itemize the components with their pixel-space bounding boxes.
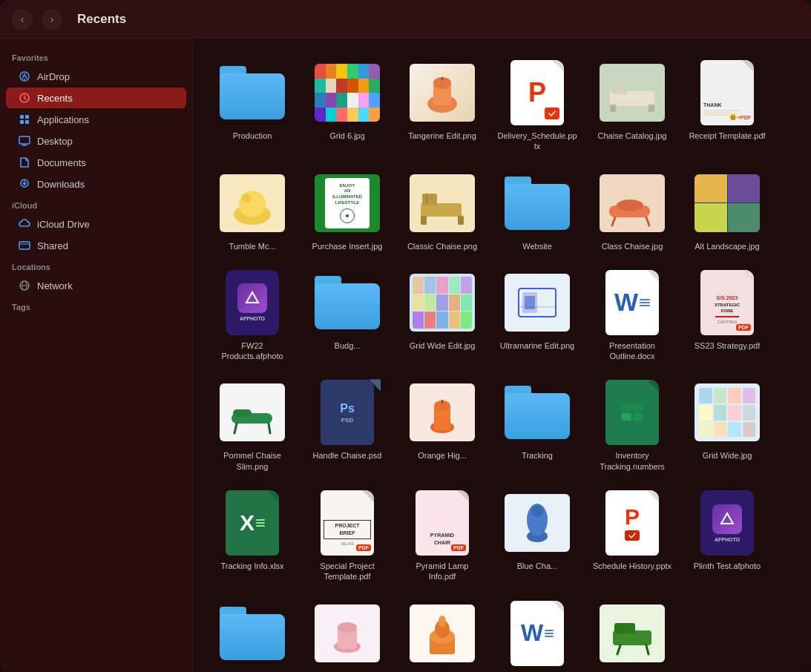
special-project-label: Special Project Template.pdf (306, 561, 388, 582)
svg-rect-9 (19, 242, 30, 249)
file-item-chaise-catalog[interactable]: Chaise Catalog.jpg (588, 53, 677, 158)
documents-icon (18, 156, 31, 169)
file-item-ss23[interactable]: S/S 2023 STRATEGIC FORE CASTING PDF SS23… (683, 263, 772, 368)
applications-label: Applications (37, 114, 89, 125)
file-item-classic-chaise[interactable]: Classic Chaise.png (398, 164, 487, 257)
sidebar-item-desktop[interactable]: Desktop (6, 131, 186, 151)
downloads-label: Downloads (37, 179, 85, 190)
svg-rect-25 (421, 216, 427, 225)
grid-wide-edit-label: Grid Wide Edit.jpg (410, 340, 476, 351)
svg-line-57 (646, 645, 649, 654)
back-button[interactable]: ‹ (12, 9, 33, 30)
file-item-purchase-insert[interactable]: ENJOYANILLUMINATEDLIFESTYLE Purchase Ins… (303, 164, 392, 257)
file-item-alt-landscape[interactable]: Alt Landscape.jpg (683, 164, 772, 257)
file-item-schedule-history[interactable]: P Schedule History.pptx (588, 484, 677, 588)
sidebar-item-icloud-drive[interactable]: iCloud Drive (6, 214, 186, 234)
file-item-plinth-test[interactable]: AFPHOTO Plinth Test.afphoto (683, 484, 772, 588)
file-item-handle-stool[interactable]: Handle Stool Rose.png (303, 594, 392, 672)
file-item-fw22[interactable]: AFPHOTO FW22 Products.afphoto (208, 263, 297, 368)
sidebar-item-network[interactable]: Network (6, 275, 186, 296)
receipt-label: Receipt Template.pdf (689, 131, 765, 141)
handle-chaise-icon: Ps PSD (314, 379, 381, 446)
file-item-grid6[interactable]: Grid 6.jpg (303, 53, 392, 158)
file-item-handle-chaise[interactable]: Ps PSD Handle Chaise.psd (303, 373, 392, 478)
alt-landscape-icon (694, 170, 761, 237)
pommel-deep-icon (599, 600, 666, 667)
svg-point-22 (242, 194, 251, 202)
network-icon (18, 279, 31, 292)
file-item-website[interactable]: Website (493, 164, 582, 257)
marketing-icon (219, 600, 286, 667)
file-item-object-notes[interactable]: W Object Notes.docx (493, 594, 582, 672)
sidebar-item-recents[interactable]: Recents (6, 88, 186, 108)
file-item-delivery[interactable]: P Delivery_Schedule.pptx (493, 53, 582, 158)
tracking-label: Tracking (522, 450, 553, 461)
class-chaise-label: Class Chaise.jpg (602, 241, 663, 251)
icloud-drive-label: iCloud Drive (37, 219, 90, 230)
sidebar-item-applications[interactable]: Applications (6, 109, 186, 130)
inventory-tracking-icon (599, 379, 666, 446)
desktop-icon (18, 134, 31, 148)
file-item-special-project[interactable]: PROJECTBRIEF No.03 PDF Special Project T… (303, 484, 392, 588)
orange-plinth-icon (409, 600, 476, 667)
file-item-tracking[interactable]: Tracking (493, 373, 582, 478)
icloud-label: iCloud (0, 195, 192, 213)
tracking-icon (504, 379, 571, 446)
file-item-receipt[interactable]: THANK O +PDF Receipt Template.pdf (683, 53, 772, 158)
file-item-inventory-tracking[interactable]: Inventory Tracking.numbers (588, 373, 677, 478)
sidebar-item-downloads[interactable]: Downloads (6, 174, 186, 194)
file-item-orange-plinth[interactable]: Orange Plinth.png (398, 594, 487, 672)
tangerine-label: Tangerine Edit.png (408, 131, 476, 141)
svg-line-39 (269, 424, 270, 433)
file-item-orange-high[interactable]: Orange Hig... (398, 373, 487, 478)
file-item-pyramid-lamp[interactable]: PYRAMID CHAIR PDF Pyramid Lamp Info.pdf (398, 484, 487, 588)
svg-point-1 (24, 79, 25, 80)
pyramid-lamp-icon: PYRAMID CHAIR PDF (409, 490, 476, 556)
blue-chair-icon (504, 490, 571, 556)
downloads-icon (18, 177, 31, 191)
file-item-pommel-deep[interactable]: Pommel Deep... (588, 594, 677, 672)
sidebar-item-shared[interactable]: Shared (6, 235, 186, 256)
svg-rect-3 (20, 115, 24, 119)
tumble-label: Tumble Mc... (229, 241, 275, 251)
favorites-label: Favorites (0, 47, 192, 65)
svg-point-46 (531, 505, 543, 517)
orange-high-icon (409, 379, 476, 446)
svg-point-53 (439, 616, 446, 627)
blue-chair-label: Blue Cha... (517, 561, 557, 571)
grid-wide-label: Grid Wide.jpg (703, 450, 752, 461)
schedule-history-icon: P (599, 490, 666, 556)
plinth-test-icon: AFPHOTO (694, 490, 761, 556)
purchase-insert-label: Purchase Insert.jpg (312, 241, 383, 251)
special-project-icon: PROJECTBRIEF No.03 PDF (314, 490, 381, 556)
file-item-budget[interactable]: Budg... (303, 263, 392, 368)
object-notes-icon: W (504, 600, 571, 667)
file-item-class-chaise[interactable]: Class Chaise.jpg (588, 164, 677, 257)
grid-wide-icon (694, 379, 761, 446)
file-item-pommel-slim[interactable]: Pommel Chaise Slim.png (208, 373, 297, 478)
forward-button[interactable]: › (42, 9, 62, 30)
file-item-tangerine[interactable]: Tangerine Edit.png (398, 53, 487, 158)
file-item-blue-chair[interactable]: Blue Cha... (493, 484, 582, 588)
svg-rect-17 (612, 85, 627, 94)
svg-rect-5 (20, 120, 24, 124)
file-item-tumble[interactable]: Tumble Mc... (208, 164, 297, 257)
budget-icon (314, 269, 381, 336)
sidebar-item-airdrop[interactable]: AirDrop (6, 66, 186, 87)
chaise-catalog-label: Chaise Catalog.jpg (598, 131, 667, 141)
file-item-production[interactable]: Production (208, 53, 297, 158)
svg-rect-7 (19, 136, 30, 144)
file-item-ultramarine[interactable]: Ultramarine Edit.png (493, 263, 582, 368)
sidebar-item-documents[interactable]: Documents (6, 152, 186, 173)
file-item-grid-wide[interactable]: Grid Wide.jpg (683, 373, 772, 478)
applications-icon (18, 113, 31, 126)
ultramarine-icon (504, 269, 571, 336)
file-item-tracking-info[interactable]: X Tracking Info.xlsx (208, 484, 297, 588)
file-item-marketing[interactable]: Marketing (208, 594, 297, 672)
tumble-icon (219, 170, 286, 237)
sidebar: Favorites AirDrop (0, 39, 193, 672)
svg-rect-37 (233, 409, 252, 417)
window-title: Recents (77, 12, 126, 27)
file-item-grid-wide-edit[interactable]: Grid Wide Edit.jpg (398, 263, 487, 368)
file-item-presentation[interactable]: W Presentation Outline.docx (588, 263, 677, 368)
